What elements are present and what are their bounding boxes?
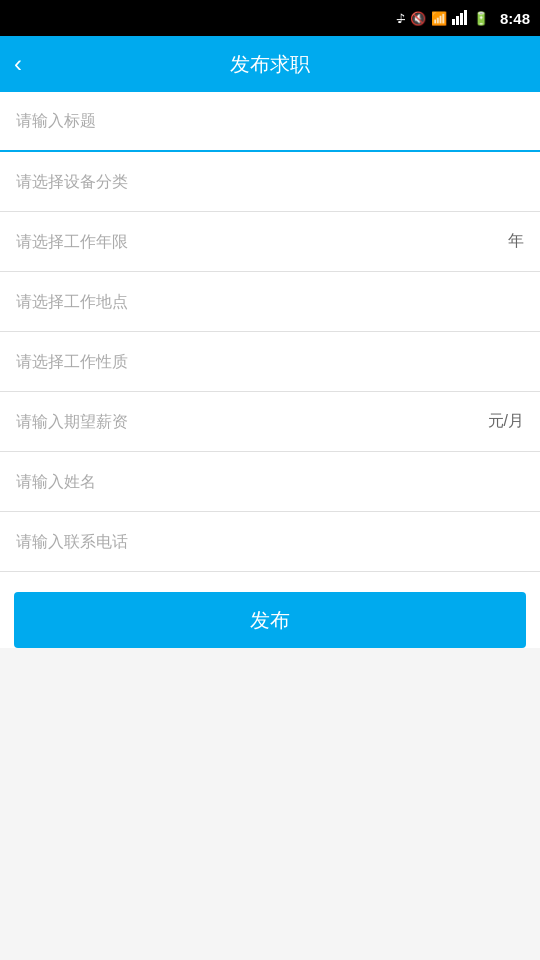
experience-field[interactable]: 年: [0, 212, 540, 272]
page-title: 发布求职: [230, 51, 310, 78]
wifi-icon: 📶: [431, 11, 447, 26]
publish-button[interactable]: 发布: [14, 592, 526, 648]
title-field: [0, 92, 540, 152]
salary-unit: 元/月: [488, 411, 524, 432]
name-input[interactable]: [16, 473, 524, 491]
salary-input[interactable]: [16, 413, 480, 431]
category-input[interactable]: [16, 173, 524, 191]
category-field[interactable]: [0, 152, 540, 212]
form-content: 年 元/月 发布: [0, 92, 540, 648]
nature-input[interactable]: [16, 353, 524, 371]
location-input[interactable]: [16, 293, 524, 311]
phone-field[interactable]: [0, 512, 540, 572]
status-icons: ♪̶ 🔇 📶 🔋 8:48: [397, 9, 530, 28]
svg-rect-2: [460, 13, 463, 25]
svg-rect-3: [464, 10, 467, 25]
experience-input[interactable]: [16, 233, 500, 251]
location-field[interactable]: [0, 272, 540, 332]
status-bar: ♪̶ 🔇 📶 🔋 8:48: [0, 0, 540, 36]
app-header: ‹ 发布求职: [0, 36, 540, 92]
svg-rect-0: [452, 19, 455, 25]
svg-rect-1: [456, 16, 459, 25]
salary-field[interactable]: 元/月: [0, 392, 540, 452]
clock: 8:48: [500, 10, 530, 27]
nature-field[interactable]: [0, 332, 540, 392]
music-off-icon: ♪̶: [397, 11, 405, 26]
phone-input[interactable]: [16, 533, 524, 551]
signal-icon: [452, 9, 468, 28]
back-button[interactable]: ‹: [14, 52, 22, 76]
sound-off-icon: 🔇: [410, 11, 426, 26]
battery-icon: 🔋: [473, 11, 489, 26]
experience-unit: 年: [508, 231, 524, 252]
name-field[interactable]: [0, 452, 540, 512]
title-input[interactable]: [16, 112, 524, 130]
